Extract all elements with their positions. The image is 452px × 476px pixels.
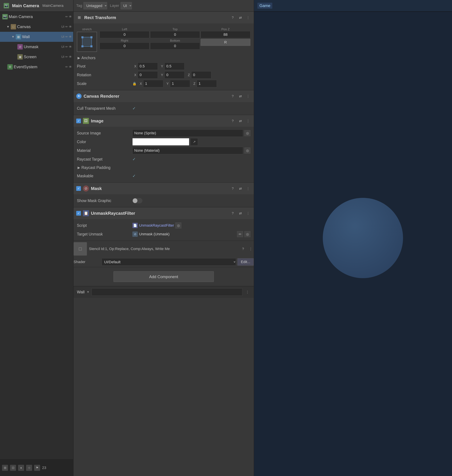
- pencil-icon-eventsystem[interactable]: ✏: [65, 65, 68, 69]
- rotation-z-input[interactable]: [191, 71, 211, 79]
- raycast-padding-row[interactable]: ▶ Raycast Padding: [77, 164, 250, 172]
- unmask-ref-btn[interactable]: ⇄: [237, 210, 243, 216]
- mask-header[interactable]: ✓ ⊘ Mask ? ⇄ ⋮: [73, 183, 254, 194]
- pivot-value: X Y: [132, 63, 250, 70]
- hierarchy-controls-canvas: UI ✏ 👁: [61, 25, 72, 29]
- color-swatch[interactable]: [132, 138, 189, 146]
- rect-stretch-box[interactable]: [77, 32, 97, 52]
- pencil-icon-wall[interactable]: ✏: [65, 35, 68, 39]
- image-help-btn[interactable]: ?: [230, 118, 236, 124]
- scale-x-input[interactable]: [143, 80, 163, 87]
- material-selector[interactable]: None (Material): [132, 147, 243, 154]
- anchors-row[interactable]: ▶ Anchors: [77, 54, 250, 62]
- hierarchy-item-screen[interactable]: ▣ Screen UI ✏ 👁: [0, 52, 73, 62]
- image-toggle[interactable]: ✓: [76, 119, 81, 123]
- wall-menu-btn[interactable]: ⋮: [244, 289, 250, 295]
- rotation-x-input[interactable]: [138, 71, 158, 79]
- scale-y-input[interactable]: [170, 80, 190, 87]
- scale-lock-icon[interactable]: 🔒: [132, 82, 137, 86]
- shader-edit-btn[interactable]: Edit...: [237, 258, 254, 266]
- image-buttons: ? ⇄ ⋮: [230, 118, 251, 124]
- add-component-button[interactable]: Add Component: [113, 271, 214, 282]
- mask-ref-btn[interactable]: ⇄: [237, 186, 243, 192]
- hierarchy-controls-unmask: UI ✏ 👁: [61, 45, 72, 49]
- expand-arrow-wall[interactable]: ▼: [11, 35, 15, 39]
- visibility-icon-wall[interactable]: 👁: [69, 35, 72, 39]
- pencil-icon-canvas[interactable]: ✏: [65, 25, 68, 29]
- left-input[interactable]: [100, 31, 149, 38]
- top-cell: Top: [150, 27, 200, 38]
- mask-menu-btn[interactable]: ⋮: [245, 186, 251, 192]
- viewport-tab-game[interactable]: Game: [257, 3, 272, 9]
- posz-label: Pos Z: [221, 27, 230, 31]
- rotation-y-input[interactable]: [165, 71, 185, 79]
- stencil-section: □ Stencil Id:1, Op:Replace, Comp:Always,…: [73, 241, 254, 267]
- pencil-icon-screen[interactable]: ✏: [65, 55, 68, 59]
- stencil-help-btn[interactable]: ?: [240, 246, 246, 252]
- hierarchy-item-unmask[interactable]: ⊘ Unmask UI ✏ 👁: [0, 42, 73, 52]
- status-icon-5[interactable]: ⚑: [34, 465, 40, 471]
- visibility-icon-screen[interactable]: 👁: [69, 55, 72, 59]
- viewport-panel: Game: [254, 0, 452, 476]
- pivot-x-input[interactable]: [138, 63, 158, 70]
- source-image-picker-btn[interactable]: ◎: [244, 130, 250, 136]
- status-icon-1[interactable]: ⊞: [2, 465, 8, 471]
- scale-z-input[interactable]: [197, 80, 217, 87]
- wall-dropdown-arrow[interactable]: ▼: [86, 290, 90, 294]
- status-icon-2[interactable]: ⊡: [10, 465, 16, 471]
- image-ref-btn[interactable]: ⇄: [237, 118, 243, 124]
- mask-help-btn[interactable]: ?: [230, 186, 236, 192]
- script-picker-btn[interactable]: ◎: [175, 222, 181, 228]
- hierarchy-item-eventsystem[interactable]: ⚙ EventSystem ✏ 👁: [0, 62, 73, 72]
- hierarchy-item-maincamera[interactable]: 📷 Main Camera ✏ 👁: [0, 12, 73, 22]
- canvas-renderer-help-btn[interactable]: ?: [230, 93, 236, 99]
- bottom-input[interactable]: [150, 42, 200, 49]
- stencil-menu-btn[interactable]: ⋮: [248, 246, 254, 252]
- visibility-icon-camera[interactable]: 👁: [69, 15, 72, 19]
- posz-input[interactable]: [201, 31, 250, 38]
- status-icon-3[interactable]: ♦: [18, 465, 24, 471]
- pivot-y-input[interactable]: [165, 63, 185, 70]
- unmask-toggle[interactable]: ✓: [76, 211, 81, 216]
- rect-transform-header[interactable]: ⊞ Rect Transform ? ⇄ ⋮: [73, 12, 254, 23]
- pencil-icon-unmask[interactable]: ✏: [65, 45, 68, 49]
- status-icon-4[interactable]: ⊹: [26, 465, 32, 471]
- unmask-help-btn[interactable]: ?: [230, 210, 236, 216]
- color-picker-btn[interactable]: ↗: [191, 138, 198, 146]
- unmask-menu-btn[interactable]: ⋮: [245, 210, 251, 216]
- hierarchy-item-canvas[interactable]: ▼ □ Canvas UI ✏ 👁: [0, 22, 73, 32]
- unmask-edit-btn[interactable]: ✏: [237, 231, 243, 237]
- camera-object-icon: 📷: [2, 14, 8, 19]
- wall-input[interactable]: [92, 288, 242, 296]
- rect-transform-ref-btn[interactable]: ⇄: [237, 14, 243, 20]
- canvas-renderer-eye-icon: 👁: [76, 94, 82, 99]
- right-input[interactable]: [100, 42, 149, 49]
- mask-toggle[interactable]: ✓: [76, 186, 81, 191]
- canvas-renderer-header[interactable]: 👁 Canvas Renderer ? ⇄ ⋮: [73, 90, 254, 102]
- visibility-icon-unmask[interactable]: 👁: [69, 45, 72, 49]
- rect-transform-menu-btn[interactable]: ⋮: [245, 14, 251, 20]
- r-button[interactable]: R: [201, 39, 250, 46]
- shader-select[interactable]: UI/Default: [102, 258, 236, 266]
- hierarchy-item-label-canvas: Canvas: [17, 24, 61, 29]
- rect-transform-help-btn[interactable]: ?: [230, 14, 236, 20]
- visibility-icon-canvas[interactable]: 👁: [69, 25, 72, 29]
- tag-select[interactable]: Untagged: [83, 2, 107, 9]
- visibility-icon-eventsystem[interactable]: 👁: [69, 65, 72, 69]
- hierarchy-item-wall[interactable]: ▼ ▦ Wall UI ✏ 👁: [0, 32, 73, 42]
- source-image-selector[interactable]: None (Sprite): [132, 129, 243, 137]
- unmask-raycast-title: UnmaskRaycastFilter: [91, 211, 228, 216]
- material-value: None (Material) ◎: [132, 147, 250, 154]
- expand-arrow-canvas[interactable]: ▼: [6, 25, 10, 28]
- canvas-renderer-menu-btn[interactable]: ⋮: [245, 93, 251, 99]
- unmask-raycast-header[interactable]: ✓ 📋 UnmaskRaycastFilter ? ⇄ ⋮: [73, 208, 254, 219]
- image-menu-btn[interactable]: ⋮: [245, 118, 251, 124]
- image-header[interactable]: ✓ 🖼 Image ? ⇄ ⋮: [73, 115, 254, 127]
- canvas-renderer-ref-btn[interactable]: ⇄: [237, 93, 243, 99]
- layer-select[interactable]: UI: [120, 2, 132, 9]
- show-mask-graphic-toggle[interactable]: [132, 198, 142, 203]
- top-input[interactable]: [150, 31, 200, 38]
- material-picker-btn[interactable]: ◎: [244, 147, 250, 154]
- pencil-icon-camera[interactable]: ✏: [65, 15, 68, 19]
- unmask-picker-btn[interactable]: ◎: [244, 231, 250, 237]
